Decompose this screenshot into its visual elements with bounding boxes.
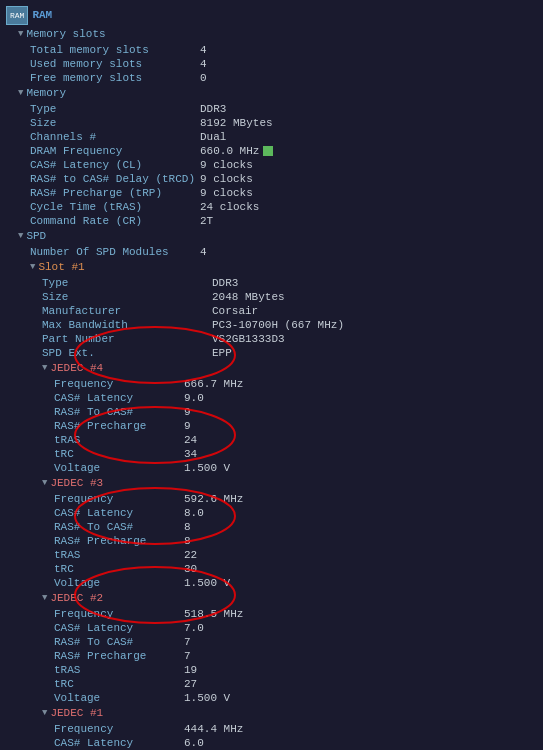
arrow-icon: ▼: [42, 476, 47, 491]
jedec3-ras-cas-row: RAS# To CAS# 8: [6, 520, 537, 534]
dram-freq-row: DRAM Frequency 660.0 MHz: [6, 144, 537, 158]
type-label: Type: [30, 102, 200, 116]
jedec2-ras-cas-value: 7: [184, 635, 191, 649]
jedec2-cas-latency-value: 7.0: [184, 621, 204, 635]
slot1-spd-ext-row: SPD Ext. EPP: [6, 346, 537, 360]
slot1-size-value: 2048 MBytes: [212, 290, 285, 304]
total-memory-slots-value: 4: [200, 43, 207, 57]
slot1-manufacturer-label: Manufacturer: [42, 304, 212, 318]
jedec2-trc-label: tRC: [54, 677, 184, 691]
jedec3-ras-precharge-row: RAS# Precharge 8: [6, 534, 537, 548]
slot1-max-bandwidth-value: PC3-10700H (667 MHz): [212, 318, 344, 332]
total-memory-slots-label: Total memory slots: [30, 43, 200, 57]
num-modules-label: Number Of SPD Modules: [30, 245, 200, 259]
jedec3-cas-latency-label: CAS# Latency: [54, 506, 184, 520]
ram-icon: RAM: [6, 6, 28, 25]
slot1-max-bandwidth-label: Max Bandwidth: [42, 318, 212, 332]
ras-cas-row: RAS# to CAS# Delay (tRCD) 9 clocks: [6, 172, 537, 186]
arrow-icon: ▼: [42, 591, 47, 606]
dram-freq-label: DRAM Frequency: [30, 144, 200, 158]
jedec3-ras-cas-value: 8: [184, 520, 191, 534]
cas-latency-value: 9 clocks: [200, 158, 253, 172]
slot1-type-row: Type DDR3: [6, 276, 537, 290]
slot1-size-row: Size 2048 MBytes: [6, 290, 537, 304]
jedec4-frequency-row: Frequency 666.7 MHz: [6, 377, 537, 391]
jedec4-tras-row: tRAS 24: [6, 433, 537, 447]
slot1-part-number-value: VS2GB1333D3: [212, 332, 285, 346]
cycle-time-label: Cycle Time (tRAS): [30, 200, 200, 214]
jedec2-section: ▼ JEDEC #2: [6, 591, 537, 606]
jedec3-trc-value: 30: [184, 562, 197, 576]
dram-freq-value: 660.0 MHz: [200, 144, 259, 158]
total-memory-slots-row: Total memory slots 4: [6, 43, 537, 57]
jedec1-section: ▼ JEDEC #1: [6, 706, 537, 721]
jedec2-trc-row: tRC 27: [6, 677, 537, 691]
jedec4-ras-precharge-row: RAS# Precharge 9: [6, 419, 537, 433]
num-modules-row: Number Of SPD Modules 4: [6, 245, 537, 259]
jedec3-section: ▼ JEDEC #3: [6, 476, 537, 491]
slot1-part-number-row: Part Number VS2GB1333D3: [6, 332, 537, 346]
jedec2-trc-value: 27: [184, 677, 197, 691]
jedec3-voltage-value: 1.500 V: [184, 576, 230, 590]
jedec4-ras-precharge-value: 9: [184, 419, 191, 433]
slot1-spd-ext-value: EPP: [212, 346, 232, 360]
jedec4-frequency-label: Frequency: [54, 377, 184, 391]
jedec2-label: JEDEC #2: [50, 591, 103, 606]
ram-header: RAM RAM: [6, 6, 537, 25]
jedec3-tras-label: tRAS: [54, 548, 184, 562]
cas-latency-label: CAS# Latency (CL): [30, 158, 200, 172]
jedec4-cas-latency-label: CAS# Latency: [54, 391, 184, 405]
jedec3-voltage-label: Voltage: [54, 576, 184, 590]
jedec4-voltage-value: 1.500 V: [184, 461, 230, 475]
ras-cas-value: 9 clocks: [200, 172, 253, 186]
jedec1-frequency-label: Frequency: [54, 722, 184, 736]
jedec3-tras-row: tRAS 22: [6, 548, 537, 562]
jedec4-trc-value: 34: [184, 447, 197, 461]
jedec4-label: JEDEC #4: [50, 361, 103, 376]
slot1-label: Slot #1: [38, 260, 84, 275]
ras-precharge-value: 9 clocks: [200, 186, 253, 200]
ram-title: RAM: [32, 8, 52, 23]
jedec4-tras-label: tRAS: [54, 433, 184, 447]
memory-slots-section: ▼ Memory slots: [6, 27, 537, 42]
slot1-size-label: Size: [42, 290, 212, 304]
arrow-icon: ▼: [42, 706, 47, 721]
slot1-type-label: Type: [42, 276, 212, 290]
jedec1-cas-latency-row: CAS# Latency 6.0: [6, 736, 537, 750]
jedec4-frequency-value: 666.7 MHz: [184, 377, 243, 391]
jedec2-tras-row: tRAS 19: [6, 663, 537, 677]
memory-label: Memory: [26, 86, 66, 101]
memory-section: ▼ Memory: [6, 86, 537, 101]
jedec4-voltage-row: Voltage 1.500 V: [6, 461, 537, 475]
arrow-icon: ▼: [18, 86, 23, 101]
jedec2-ras-precharge-label: RAS# Precharge: [54, 649, 184, 663]
jedec2-tras-value: 19: [184, 663, 197, 677]
arrow-icon: ▼: [18, 27, 23, 42]
jedec4-cas-latency-row: CAS# Latency 9.0: [6, 391, 537, 405]
command-rate-row: Command Rate (CR) 2T: [6, 214, 537, 228]
arrow-icon: ▼: [18, 229, 23, 244]
jedec2-ras-cas-row: RAS# To CAS# 7: [6, 635, 537, 649]
command-rate-value: 2T: [200, 214, 213, 228]
slot1-type-value: DDR3: [212, 276, 238, 290]
channels-value: Dual: [200, 130, 226, 144]
num-modules-value: 4: [200, 245, 207, 259]
jedec3-trc-label: tRC: [54, 562, 184, 576]
command-rate-label: Command Rate (CR): [30, 214, 200, 228]
jedec3-label: JEDEC #3: [50, 476, 103, 491]
jedec1-label: JEDEC #1: [50, 706, 103, 721]
jedec2-voltage-value: 1.500 V: [184, 691, 230, 705]
jedec2-cas-latency-label: CAS# Latency: [54, 621, 184, 635]
used-memory-slots-row: Used memory slots 4: [6, 57, 537, 71]
used-memory-slots-label: Used memory slots: [30, 57, 200, 71]
cas-latency-row: CAS# Latency (CL) 9 clocks: [6, 158, 537, 172]
jedec3-frequency-row: Frequency 592.6 MHz: [6, 492, 537, 506]
arrow-icon: ▼: [30, 260, 35, 275]
jedec3-frequency-value: 592.6 MHz: [184, 492, 243, 506]
free-memory-slots-value: 0: [200, 71, 207, 85]
spd-label: SPD: [26, 229, 46, 244]
jedec3-frequency-label: Frequency: [54, 492, 184, 506]
free-memory-slots-label: Free memory slots: [30, 71, 200, 85]
jedec3-cas-latency-row: CAS# Latency 8.0: [6, 506, 537, 520]
slot1-max-bandwidth-row: Max Bandwidth PC3-10700H (667 MHz): [6, 318, 537, 332]
